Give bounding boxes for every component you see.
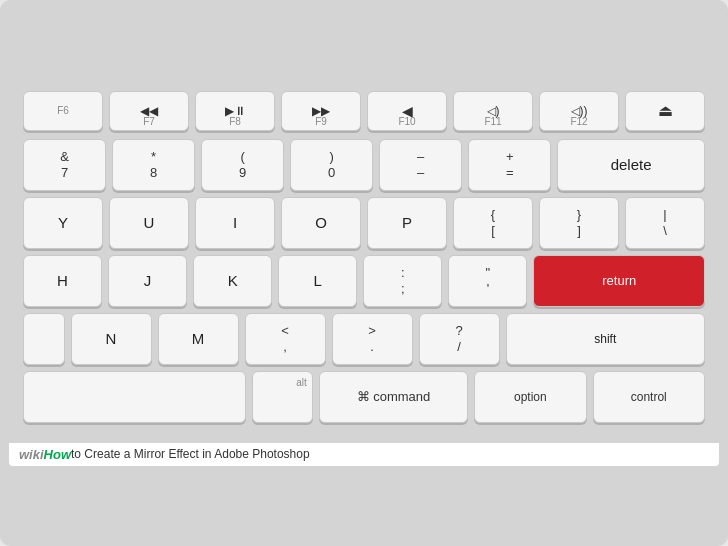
bottom-row: N M < , > . ? / xyxy=(23,313,705,365)
key-alt[interactable]: alt xyxy=(252,371,313,423)
key-option[interactable]: option xyxy=(474,371,586,423)
number-row: & 7 * 8 ( 9 ) 0 xyxy=(23,139,705,191)
fn-row: F6 ◀◀ F7 ▶⏸ F8 ▶▶ F9 ◀ F10 ◁) F11 xyxy=(23,91,705,131)
space-row: alt ⌘ command option control xyxy=(23,371,705,423)
key-7[interactable]: & 7 xyxy=(23,139,106,191)
key-minus[interactable]: – – xyxy=(379,139,462,191)
key-rbracket[interactable]: } ] xyxy=(539,197,619,249)
key-semicolon[interactable]: : ; xyxy=(363,255,442,307)
key-partial[interactable] xyxy=(23,313,65,365)
key-k[interactable]: K xyxy=(193,255,272,307)
key-f7[interactable]: ◀◀ F7 xyxy=(109,91,189,131)
key-j[interactable]: J xyxy=(108,255,187,307)
key-f10[interactable]: ◀ F10 xyxy=(367,91,447,131)
wikihow-logo: wikiHow xyxy=(19,447,71,462)
key-h[interactable]: H xyxy=(23,255,102,307)
key-period[interactable]: > . xyxy=(332,313,413,365)
key-i[interactable]: I xyxy=(195,197,275,249)
key-0[interactable]: ) 0 xyxy=(290,139,373,191)
key-p[interactable]: P xyxy=(367,197,447,249)
key-o[interactable]: O xyxy=(281,197,361,249)
home-row: H J K L : ; " ' xyxy=(23,255,705,307)
article-title: to Create a Mirror Effect in Adobe Photo… xyxy=(71,447,310,461)
key-f12[interactable]: ◁)) F12 xyxy=(539,91,619,131)
key-8[interactable]: * 8 xyxy=(112,139,195,191)
key-f9[interactable]: ▶▶ F9 xyxy=(281,91,361,131)
key-command[interactable]: ⌘ command xyxy=(319,371,468,423)
key-quote[interactable]: " ' xyxy=(448,255,527,307)
key-u[interactable]: U xyxy=(109,197,189,249)
key-f6[interactable]: F6 xyxy=(23,91,103,131)
key-equals[interactable]: + = xyxy=(468,139,551,191)
key-backslash[interactable]: | \ xyxy=(625,197,705,249)
qwerty-row: Y U I O P { [ } ] xyxy=(23,197,705,249)
key-9[interactable]: ( 9 xyxy=(201,139,284,191)
key-y[interactable]: Y xyxy=(23,197,103,249)
key-comma[interactable]: < , xyxy=(245,313,326,365)
key-l[interactable]: L xyxy=(278,255,357,307)
key-eject[interactable]: ⏏ xyxy=(625,91,705,131)
keyboard: F6 ◀◀ F7 ▶⏸ F8 ▶▶ F9 ◀ F10 ◁) F11 xyxy=(9,81,719,443)
key-shift[interactable]: shift xyxy=(506,313,706,365)
key-delete[interactable]: delete xyxy=(557,139,705,191)
key-return[interactable]: return xyxy=(533,255,705,307)
key-slash[interactable]: ? / xyxy=(419,313,500,365)
key-space[interactable] xyxy=(23,371,246,423)
key-n[interactable]: N xyxy=(71,313,152,365)
key-control[interactable]: control xyxy=(593,371,705,423)
key-f11[interactable]: ◁) F11 xyxy=(453,91,533,131)
footer-bar: wikiHow to Create a Mirror Effect in Ado… xyxy=(9,443,719,466)
keyboard-image: F6 ◀◀ F7 ▶⏸ F8 ▶▶ F9 ◀ F10 ◁) F11 xyxy=(0,0,728,546)
key-f8[interactable]: ▶⏸ F8 xyxy=(195,91,275,131)
key-m[interactable]: M xyxy=(158,313,239,365)
key-lbracket[interactable]: { [ xyxy=(453,197,533,249)
